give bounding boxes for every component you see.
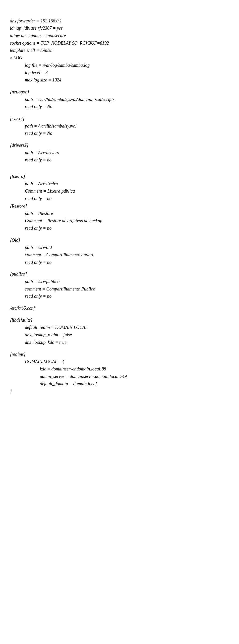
- config-line: path = /var/lib/samba/sysvol/domain.loca…: [25, 96, 229, 104]
- config-line: dns_lookup_kdc = true: [25, 339, 229, 346]
- config-line: dns forwarder = 192.168.0.1: [10, 18, 229, 25]
- config-line: [10, 346, 229, 351]
- config-line: [libdefaults]: [10, 317, 229, 324]
- config-line: path = /srv/publico: [25, 278, 229, 286]
- config-line: [10, 300, 229, 305]
- config-line: [10, 232, 229, 237]
- config-line: [10, 164, 229, 168]
- config-line: [10, 137, 229, 142]
- config-line: dns_lookup_realm = false: [25, 331, 229, 339]
- config-line: [lixeira]: [10, 173, 229, 180]
- config-line: [sysvol]: [10, 115, 229, 122]
- config-line: [10, 266, 229, 270]
- config-line: read only = no: [25, 195, 229, 202]
- config-line: default_realm = DOMAIN.LOCAL: [25, 324, 229, 331]
- config-line: read only = No: [25, 103, 229, 110]
- config-line: [netlogon]: [10, 88, 229, 96]
- config-line: path = /srv/drivers: [25, 149, 229, 157]
- config-line: [realms]: [10, 351, 229, 358]
- config-line: path = /var/lib/samba/sysvol: [25, 122, 229, 130]
- config-line: read only = no: [25, 156, 229, 164]
- config-line: read only = No: [25, 130, 229, 137]
- config-line: template shell = /bin/sh: [10, 47, 229, 54]
- config-line: # LOG: [10, 54, 229, 62]
- config-line: DOMAIN.LOCAL = {: [25, 358, 229, 366]
- config-line: read only = no: [25, 293, 229, 300]
- config-line: /etc/krb5.conf: [10, 305, 229, 312]
- config-line: log file = /var/log/samba/samba.log: [25, 62, 229, 69]
- config-line: Comment = Lixeira pública: [25, 188, 229, 195]
- config-line: [10, 110, 229, 115]
- config-line: Comment = Restore de arquivos de backup: [25, 217, 229, 225]
- config-line: read only = no: [25, 225, 229, 232]
- config-line: [10, 312, 229, 317]
- config-line: [drivers$]: [10, 142, 229, 149]
- config-line: default_domain = domain.local: [40, 380, 229, 388]
- config-line: path = /Restore: [25, 210, 229, 218]
- config-line: allow dns updates = nonsecure: [10, 32, 229, 40]
- config-line: [publico]: [10, 270, 229, 278]
- config-line: comment = Compartilhamento Publico: [25, 286, 229, 293]
- config-line: kdc = domainserver.domain.local:88: [40, 366, 229, 373]
- config-line: path = /srv/old: [25, 244, 229, 251]
- config-line: socket options = TCP_NODELAY SO_RCVBUF=8…: [10, 40, 229, 47]
- config-line: path = /srv/lixeira: [25, 180, 229, 188]
- config-line: [Old]: [10, 237, 229, 244]
- config-line: comment = Compartilhamento antigo: [25, 251, 229, 259]
- config-line: [Restore]: [10, 202, 229, 210]
- config-line: idmap_ldb:use rfc2307 = yes: [10, 25, 229, 32]
- config-line: [10, 168, 229, 173]
- config-line: }: [10, 388, 229, 395]
- config-line: max log size = 1024: [25, 76, 229, 84]
- config-line: log level = 3: [25, 69, 229, 77]
- config-line: [10, 84, 229, 88]
- config-content: dns forwarder = 192.168.0.1idmap_ldb:use…: [10, 10, 229, 395]
- config-line: read only = no: [25, 259, 229, 266]
- config-line: admin_server = domainserver.domain.local…: [40, 373, 229, 380]
